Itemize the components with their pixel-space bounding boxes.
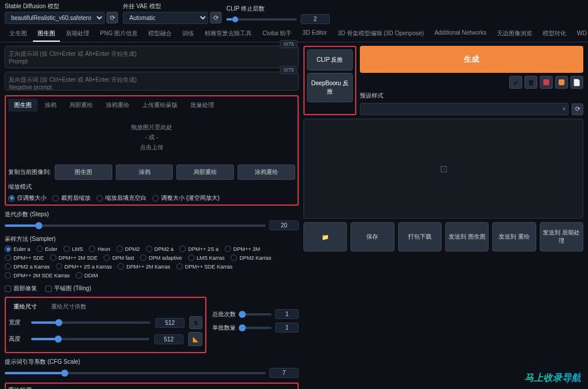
output-action-5[interactable]: 发送到 后期处理 [540, 222, 583, 251]
sd-refresh-icon[interactable]: ⟳ [106, 12, 118, 24]
copy-to-button-0[interactable]: 图生图 [55, 165, 112, 180]
main-tab-13[interactable]: WD 1.4 标签器 (Tagger) [572, 26, 588, 42]
vae-refresh-icon[interactable]: ⟳ [210, 12, 222, 24]
main-tab-4[interactable]: 模型融合 [143, 26, 176, 42]
sampler-option-1[interactable]: Euler [36, 246, 58, 252]
copy-to-button-2[interactable]: 局部重绘 [176, 165, 234, 180]
sampler-option-0[interactable]: Euler a [5, 246, 31, 252]
trash-icon[interactable]: 🗑 [524, 76, 537, 89]
main-tab-6[interactable]: 精雕背景去除工具 [200, 26, 256, 42]
style-refresh-icon[interactable]: ⟳ [572, 103, 583, 115]
cfg-slider[interactable] [5, 372, 266, 374]
resize-tab-size[interactable]: 重绘尺寸 [9, 301, 42, 313]
pos-token-counter: 0/75 [280, 40, 298, 48]
clip-value[interactable] [300, 14, 330, 24]
batch-size-value[interactable] [275, 323, 299, 333]
output-action-3[interactable]: 发送到 图生图 [445, 222, 489, 251]
img2img-subtab-0[interactable]: 图生图 [8, 99, 38, 112]
height-value[interactable] [154, 334, 183, 344]
main-tab-2[interactable]: 后期处理 [61, 26, 94, 42]
scale-option-0[interactable]: 仅调整大小 [8, 194, 46, 202]
sampler-option-13[interactable]: DPM2 Karras [230, 254, 271, 261]
output-action-0[interactable]: 📁 [303, 222, 347, 251]
denoise-label: 重绘幅度 [8, 386, 295, 389]
main-tab-12[interactable]: 模型转化 [538, 26, 571, 42]
file-icon[interactable]: 📄 [570, 76, 583, 89]
batch-count-slider[interactable] [242, 313, 272, 316]
height-label: 高度 [9, 335, 26, 343]
sampler-label: 采样方法 (Sampler) [5, 235, 299, 243]
sd-model-select[interactable]: beautifulRealistic_v60.safetensors [bc2f… [5, 12, 105, 24]
img2img-subtab-4[interactable]: 上传重绘蒙版 [136, 99, 183, 112]
tiling-checkbox[interactable]: 平铺图 (Tiling) [45, 284, 91, 293]
sampler-option-17[interactable]: DPM++ SDE Karras [176, 263, 233, 270]
main-tab-3[interactable]: PNG 图片信息 [95, 26, 142, 42]
arrow-icon[interactable]: ↙ [509, 76, 522, 89]
width-slider[interactable] [31, 321, 151, 324]
batch-size-label: 单批数量 [212, 324, 239, 332]
copy-to-button-3[interactable]: 涂鸦重绘 [238, 165, 295, 180]
img2img-subtab-1[interactable]: 涂鸦 [39, 99, 62, 112]
sampler-option-10[interactable]: DPM fast [103, 254, 134, 261]
main-tab-0[interactable]: 文生图 [5, 26, 32, 42]
clip-label: CLIP 终止层数 [226, 5, 330, 13]
sampler-option-5[interactable]: DPM2 a [146, 246, 174, 252]
clip-slider[interactable] [226, 18, 297, 21]
sampler-option-3[interactable]: Heun [89, 246, 111, 252]
prompt-input[interactable] [5, 46, 299, 68]
img2img-panel: 图生图涂鸦局部重绘涂鸦重绘上传重绘蒙版批量处理 拖放图片至此处 - 或 - 点击… [5, 95, 299, 206]
scale-option-2[interactable]: 缩放后填充空白 [96, 194, 146, 202]
sampler-option-12[interactable]: LMS Karras [188, 254, 225, 261]
generate-button[interactable]: 生成 [360, 46, 583, 73]
sampler-option-15[interactable]: DPM++ 2S a Karras [56, 263, 112, 270]
image-drop-zone[interactable]: 拖放图片至此处 - 或 - 点击上传 [8, 114, 295, 161]
main-tab-8[interactable]: 3D Editor [298, 26, 332, 42]
batch-count-value[interactable] [275, 309, 299, 319]
height-slider[interactable] [31, 338, 149, 340]
vae-select[interactable]: Automatic [123, 12, 208, 24]
sampler-option-11[interactable]: DPM adaptive [140, 254, 182, 261]
denoise-panel: 重绘幅度 [5, 383, 299, 389]
sampler-option-16[interactable]: DPM++ 2M Karras [118, 263, 171, 270]
orange-action-icon[interactable] [555, 76, 568, 89]
img2img-subtab-5[interactable]: 批量处理 [185, 99, 220, 112]
style-select[interactable]: × [360, 103, 569, 115]
main-tab-1[interactable]: 图生图 [33, 26, 60, 42]
sampler-option-14[interactable]: DPM2 a Karras [5, 263, 50, 270]
cfg-label: 提示词引导系数 (CFG Scale) [5, 358, 299, 366]
clip-interrogate-button[interactable]: CLIP 反推 [307, 49, 353, 71]
output-action-1[interactable]: 保存 [350, 222, 394, 251]
negative-prompt-input[interactable] [5, 72, 299, 90]
steps-value[interactable] [269, 220, 299, 230]
red-action-icon[interactable] [540, 76, 553, 89]
scale-option-1[interactable]: 裁剪后缩放 [52, 194, 91, 202]
img2img-subtab-3[interactable]: 涂鸦重绘 [100, 99, 135, 112]
img2img-subtab-2[interactable]: 局部重绘 [64, 99, 99, 112]
swap-dims-icon[interactable]: ⇅ [189, 316, 202, 329]
scale-option-3[interactable]: 调整大小 (潜空间放大) [152, 194, 219, 202]
steps-slider[interactable] [5, 224, 266, 227]
output-preview: ⊡ [303, 119, 583, 219]
output-action-4[interactable]: 发送到 重绘 [492, 222, 536, 251]
sampler-option-7[interactable]: DPM++ 2M [225, 246, 260, 252]
main-tab-9[interactable]: 3D 骨架模型编辑 (3D Openpose) [333, 26, 429, 42]
main-tab-11[interactable]: 无边图像浏览 [492, 26, 537, 42]
sampler-option-9[interactable]: DPM++ 2M SDE [50, 254, 98, 261]
sampler-option-4[interactable]: DPM2 [116, 246, 140, 252]
width-value[interactable] [155, 318, 185, 328]
resize-tab-scale[interactable]: 重绘尺寸倍数 [46, 301, 91, 313]
deepbooru-button[interactable]: DeepBooru 反推 [307, 73, 353, 102]
sampler-option-18[interactable]: DPM++ 2M SDE Karras [5, 272, 70, 279]
sampler-option-2[interactable]: LMS [64, 246, 83, 252]
batch-size-slider[interactable] [242, 327, 272, 329]
detect-size-icon[interactable]: ◣ [188, 332, 202, 346]
copy-to-button-1[interactable]: 涂鸦 [116, 165, 173, 180]
main-tab-5[interactable]: 训练 [178, 26, 199, 42]
sampler-option-19[interactable]: DDIM [76, 272, 98, 279]
face-restore-checkbox[interactable]: 面部修复 [5, 284, 37, 293]
cfg-value[interactable] [269, 368, 299, 378]
sampler-option-6[interactable]: DPM++ 2S a [179, 246, 219, 252]
sampler-option-8[interactable]: DPM++ SDE [5, 254, 44, 261]
main-tab-10[interactable]: Additional Networks [430, 26, 491, 42]
output-action-2[interactable]: 打包下载 [398, 222, 442, 251]
